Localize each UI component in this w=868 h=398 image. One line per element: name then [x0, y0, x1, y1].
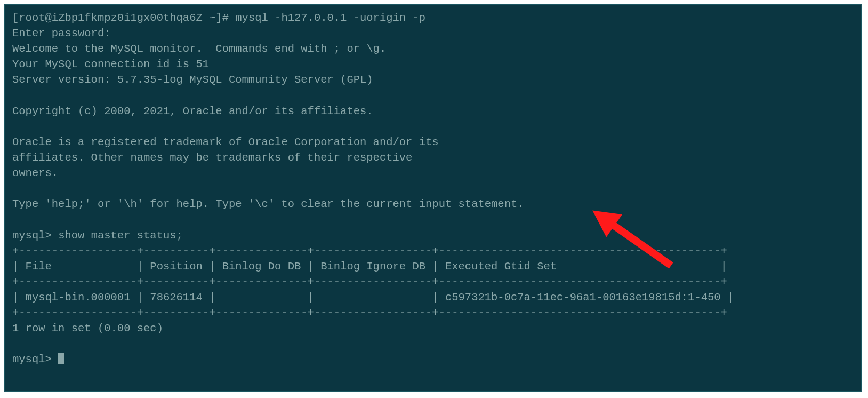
password-prompt: Enter password: [12, 27, 111, 39]
copyright-line: Copyright (c) 2000, 2021, Oracle and/or … [12, 105, 373, 117]
welcome-line-2: Your MySQL connection id is 51 [12, 58, 209, 70]
table-separator-mid: +------------------+----------+---------… [12, 276, 727, 288]
terminal-output: [root@iZbp1fkmpz0i1gx00thqa6Z ~]# mysql … [12, 10, 854, 368]
table-separator-bottom: +------------------+----------+---------… [12, 307, 727, 319]
terminal-window[interactable]: [root@iZbp1fkmpz0i1gx00thqa6Z ~]# mysql … [4, 4, 862, 392]
shell-prompt: [root@iZbp1fkmpz0i1gx00thqa6Z ~]# [12, 12, 235, 24]
table-data-row: | mysql-bin.000001 | 78626114 | | | c597… [12, 291, 734, 304]
shell-command: mysql -h127.0.0.1 -uorigin -p [235, 12, 425, 24]
mysql-prompt: mysql> [12, 229, 58, 242]
welcome-line-3: Server version: 5.7.35-log MySQL Communi… [12, 74, 373, 86]
mysql-prompt-idle: mysql> [12, 353, 58, 365]
result-summary: 1 row in set (0.00 sec) [12, 322, 163, 335]
trademark-line-3: owners. [12, 167, 58, 179]
table-header-row: | File | Position | Binlog_Do_DB | Binlo… [12, 260, 727, 273]
cursor-block [58, 353, 64, 364]
trademark-line-2: affiliates. Other names may be trademark… [12, 152, 412, 164]
table-separator-top: +------------------+----------+---------… [12, 245, 727, 257]
help-line: Type 'help;' or '\h' for help. Type '\c'… [12, 198, 524, 210]
trademark-line-1: Oracle is a registered trademark of Orac… [12, 136, 439, 148]
welcome-line-1: Welcome to the MySQL monitor. Commands e… [12, 43, 386, 55]
mysql-query: show master status; [58, 229, 183, 242]
